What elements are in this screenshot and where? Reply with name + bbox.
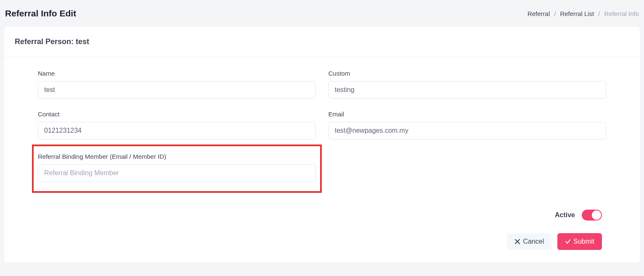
active-label: Active [555, 211, 575, 219]
cancel-button[interactable]: Cancel [507, 233, 551, 250]
custom-input[interactable] [329, 81, 607, 99]
form-group-name: Name [38, 70, 316, 99]
custom-label: Custom [329, 70, 607, 77]
close-icon [514, 239, 520, 244]
form-group-email: Email [329, 110, 607, 139]
submit-button[interactable]: Submit [557, 233, 602, 250]
card-title-prefix: Referral Person: [15, 37, 76, 46]
binding-label: Referral Binding Member (Email / Member … [38, 153, 316, 160]
actions-row: Cancel Submit [38, 233, 606, 250]
active-toggle-row: Active [38, 210, 606, 221]
submit-button-label: Submit [573, 238, 594, 245]
breadcrumb: Referral / Referral List / Referral Info [527, 10, 639, 17]
card-body: Name Custom Contact Email Referral Bindi… [4, 57, 640, 263]
form-group-contact: Contact [38, 110, 316, 139]
form-group-binding: Referral Binding Member (Email / Member … [38, 151, 316, 193]
name-label: Name [38, 70, 316, 77]
card-title-value: test [76, 37, 89, 46]
contact-input[interactable] [38, 122, 316, 139]
email-input[interactable] [329, 122, 607, 139]
breadcrumb-item-referral-list[interactable]: Referral List [560, 10, 594, 17]
name-input[interactable] [38, 81, 316, 99]
page-title: Referral Info Edit [5, 8, 76, 18]
breadcrumb-separator: / [554, 10, 556, 17]
breadcrumb-item-referral[interactable]: Referral [527, 10, 550, 17]
toggle-knob [592, 210, 601, 220]
breadcrumb-separator: / [598, 10, 600, 17]
binding-input[interactable] [38, 164, 316, 182]
card-header: Referral Person: test [4, 27, 640, 57]
cancel-button-label: Cancel [523, 238, 544, 245]
form-group-custom: Custom [329, 70, 607, 99]
card-header-title: Referral Person: test [15, 37, 629, 46]
breadcrumb-item-referral-info: Referral Info [604, 10, 639, 17]
binding-highlight-box: Referral Binding Member (Email / Member … [32, 145, 322, 193]
check-icon [565, 239, 571, 244]
card: Referral Person: test Name Custom Contac… [4, 27, 640, 263]
email-label: Email [329, 110, 607, 118]
contact-label: Contact [38, 110, 316, 118]
active-toggle[interactable] [582, 210, 602, 221]
